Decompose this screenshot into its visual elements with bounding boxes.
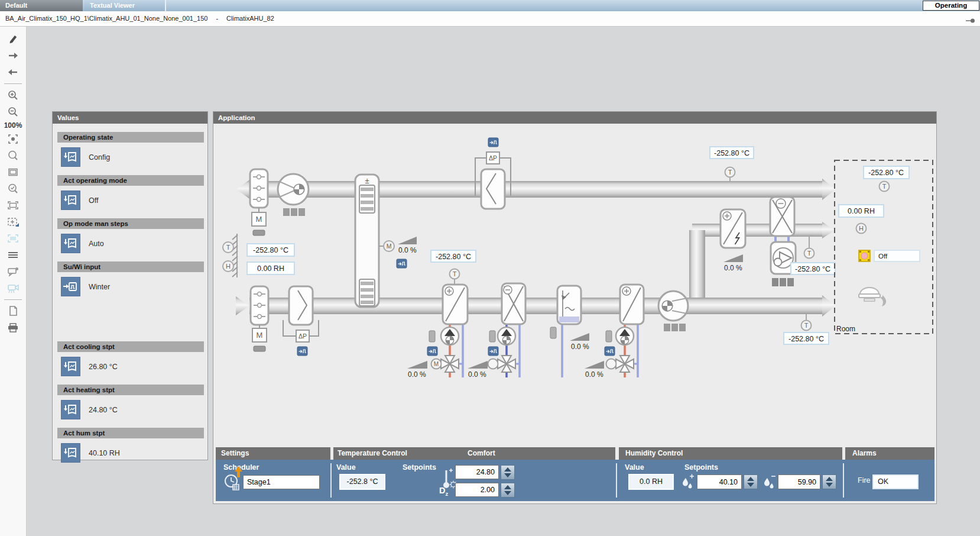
spin-up-icon[interactable] — [504, 467, 511, 472]
outside-wall — [232, 234, 238, 277]
value-item-operating-state[interactable]: Config — [61, 147, 207, 167]
select-region-icon[interactable] — [5, 198, 21, 213]
override-icon[interactable] — [427, 347, 437, 356]
comfort-setpoint-input[interactable] — [455, 465, 499, 479]
print-icon[interactable] — [5, 320, 21, 335]
spin-up-icon[interactable] — [826, 477, 833, 481]
hum-value-readout[interactable]: 0.0 RH — [628, 474, 674, 490]
page-icon[interactable] — [5, 303, 21, 319]
value-item-label: 24.80 °C — [89, 406, 118, 414]
section-act-operating-mode: Act operating mode — [57, 175, 204, 186]
dehumidify-setpoint-input[interactable] — [778, 474, 820, 489]
section-divider — [843, 463, 844, 498]
spin-down-icon[interactable] — [826, 483, 833, 487]
section-op-mode-man-steps: Op mode man steps — [57, 218, 204, 229]
readout-recirc-temp[interactable]: -252.80 °C — [791, 263, 835, 275]
readout-room-temp[interactable]: -252.80 °C — [864, 166, 909, 179]
override-icon[interactable] — [605, 347, 615, 356]
spin-down-icon[interactable] — [747, 483, 754, 487]
value-item-label: Winter — [89, 283, 110, 291]
humidify-setpoint-input[interactable] — [697, 474, 742, 489]
readout-room-hum[interactable]: 0.00 RH — [839, 205, 884, 217]
fan-status-blocks — [283, 208, 305, 216]
menu-lines-icon[interactable] — [5, 247, 21, 263]
temperature-control-header: Temperature ControlComfort — [333, 447, 615, 460]
override-icon[interactable] — [297, 347, 307, 356]
back-arrow-icon[interactable] — [5, 64, 21, 80]
readout-text: -252.80 °C — [795, 265, 830, 273]
reheater-valve-percent: 0.0 % — [585, 370, 603, 379]
readout-supply-duct-temp[interactable]: -252.80 °C — [784, 332, 829, 344]
temp-value-label: Value — [336, 463, 356, 472]
operating-button[interactable]: Operating — [923, 1, 979, 11]
room-unit-device-icon[interactable] — [859, 250, 870, 261]
override-icon[interactable] — [488, 347, 498, 356]
exhaust-filter: ΔP — [475, 138, 511, 209]
value-item-act-hum-stpt[interactable]: 40.10 RH — [61, 443, 207, 463]
values-panel: Values Operating state Config Act operat… — [52, 111, 208, 460]
heating-pump — [441, 327, 459, 345]
outside-temp-sensor: T — [223, 242, 233, 253]
pin-icon[interactable] — [966, 18, 975, 23]
readout-text: -252.80 °C — [714, 149, 749, 157]
deadzone-label: Dz — [439, 486, 448, 497]
value-item-label: Config — [89, 153, 110, 162]
deadzone-sub: z — [445, 490, 448, 497]
readout-outside-hum[interactable]: 0.00 RH — [247, 262, 294, 275]
deadzone-input[interactable] — [455, 483, 499, 497]
spin-down-icon[interactable] — [504, 473, 511, 477]
value-item-act-operating-mode[interactable]: Off — [61, 190, 207, 210]
zoom-check-icon[interactable] — [5, 181, 21, 196]
reheater-pump — [616, 327, 634, 345]
zoom-in-icon[interactable] — [5, 88, 21, 103]
dp-sensor-label: ΔP — [298, 332, 307, 340]
humidifier-percent: 0.0 % — [571, 343, 589, 351]
tab-default[interactable]: Default — [0, 0, 83, 11]
spin-down-icon[interactable] — [504, 491, 511, 495]
spin-up-icon[interactable] — [747, 477, 754, 481]
left-toolbar: 100% — [0, 27, 27, 536]
value-item-act-cooling-stpt[interactable]: 26.80 °C — [61, 357, 207, 376]
ahu-schematic: T H -252.80 °C 0.00 RH M — [213, 124, 937, 444]
top-tab-bar: Default Textual Viewer Operating — [0, 0, 980, 11]
window-view-icon[interactable] — [5, 164, 21, 180]
pan-grid-icon[interactable] — [5, 214, 21, 230]
override-icon — [61, 400, 80, 419]
extract-temp-sensor: T — [725, 167, 735, 182]
fit-view-icon[interactable] — [5, 131, 21, 147]
camera-disabled-icon[interactable] — [5, 280, 21, 296]
magnifier-icon[interactable] — [5, 148, 21, 163]
value-item-op-mode-man-steps[interactable]: Auto — [61, 234, 207, 253]
zoom-out-icon[interactable] — [5, 104, 21, 120]
override-icon[interactable] — [397, 259, 407, 268]
region-disabled-icon[interactable] — [5, 231, 21, 246]
humidity-control-header: Humidity Control — [619, 447, 842, 460]
readout-room-unit-state[interactable]: Off — [874, 250, 920, 261]
zoom-level-label: 100% — [4, 121, 22, 130]
supply-filter: ΔP — [283, 286, 319, 356]
temp-value-readout[interactable]: -252.8 °C — [339, 474, 385, 490]
readout-extract-temp[interactable]: -252.80 °C — [710, 147, 754, 159]
readout-supply-temp[interactable]: -252.80 °C — [431, 250, 476, 262]
fire-alarm-status[interactable]: OK — [872, 474, 919, 489]
exhaust-damper: M — [250, 169, 268, 235]
duct-work — [236, 179, 836, 317]
readout-outside-temp[interactable]: -252.80 °C — [247, 244, 294, 256]
exhaust-fan — [278, 174, 309, 216]
value-item-act-heating-stpt[interactable]: 24.80 °C — [61, 400, 207, 419]
override-icon[interactable] — [488, 138, 498, 147]
spin-up-icon[interactable] — [504, 485, 511, 489]
scheduler-input[interactable] — [243, 475, 320, 489]
electric-heater-percent: 0.0 % — [724, 264, 742, 272]
comment-icon[interactable] — [5, 264, 21, 279]
humidify-setpoint-spinner[interactable] — [744, 474, 758, 489]
forward-arrow-icon[interactable] — [5, 48, 21, 63]
value-item-su-wi-input[interactable]: Winter — [61, 277, 207, 296]
comfort-setpoint-spinner[interactable] — [501, 465, 515, 480]
recirc-duct-arrow — [822, 222, 835, 238]
deadzone-spinner[interactable] — [501, 483, 515, 498]
edit-pen-icon[interactable] — [5, 31, 21, 47]
application-panel-title: Application — [213, 112, 936, 124]
tab-textual-viewer[interactable]: Textual Viewer — [85, 0, 166, 11]
dehumidify-setpoint-spinner[interactable] — [822, 474, 836, 489]
